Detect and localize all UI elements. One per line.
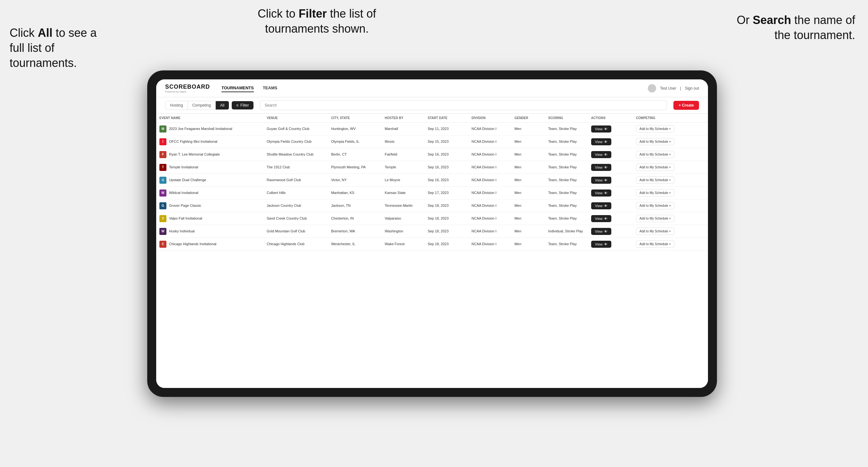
table-row: F Ryan T. Lee Memorial Collegiate Shuttl… [156,148,708,161]
scoring-cell-2: Team, Stroke Play [545,148,588,161]
gender-cell-4: Men [511,174,545,187]
view-button-2[interactable]: View 👁 [591,151,612,158]
hosting-filter-button[interactable]: Hosting [165,101,188,110]
actions-cell-6: View 👁 [588,199,633,212]
add-schedule-button-9[interactable]: Add to My Schedule + [636,240,674,248]
venue-cell-7: Sand Creek Country Club [264,212,328,225]
event-name-cell-3: T Temple Invitational [156,161,264,174]
view-button-1[interactable]: View 👁 [591,138,612,145]
competing-filter-button[interactable]: Competing [188,101,216,110]
city-cell-9: Westchester, IL [328,238,381,251]
date-cell-1: Sep 15, 2023 [425,135,468,148]
hosted-cell-6: Tennessee-Martin [381,199,425,212]
filter-btn-group: Hosting Competing All [165,101,229,110]
tournaments-table-container: EVENT NAME VENUE CITY, STATE HOSTED BY S… [156,114,708,388]
event-name-cell-2: F Ryan T. Lee Memorial Collegiate [156,148,264,161]
event-name-1: OFCC Fighting Illini Invitational [169,139,217,144]
add-schedule-button-2[interactable]: Add to My Schedule + [636,151,674,158]
city-cell-5: Manhattan, KS [328,187,381,199]
col-header-gender: GENDER [511,114,545,123]
hosted-cell-5: Kansas State [381,187,425,199]
team-logo-6: G [159,202,166,209]
add-schedule-button-8[interactable]: Add to My Schedule + [636,227,674,235]
scoring-cell-7: Team, Stroke Play [545,212,588,225]
date-cell-6: Sep 18, 2023 [425,199,468,212]
col-header-date: START DATE [425,114,468,123]
nav-tab-tournaments[interactable]: TOURNAMENTS [221,84,254,92]
competing-cell-9: Add to My Schedule + [633,238,708,251]
scoring-cell-4: Team, Stroke Play [545,174,588,187]
hosted-cell-0: Marshall [381,123,425,135]
competing-cell-5: Add to My Schedule + [633,187,708,199]
scoring-cell-0: Team, Stroke Play [545,123,588,135]
actions-cell-8: View 👁 [588,225,633,238]
annotation-top-left: Click All to see a full list of tourname… [9,26,109,70]
scoring-cell-5: Team, Stroke Play [545,187,588,199]
table-row: G Grover Page Classic Jackson Country Cl… [156,199,708,212]
venue-cell-9: Chicago Highlands Club [264,238,328,251]
eye-icon-8: 👁 [604,229,608,234]
event-name-4: Upstate Dual Challenge [169,178,206,182]
annotation-top-right: Or Search the name of the tournament. [734,13,855,43]
city-cell-6: Jackson, TN [328,199,381,212]
event-name-8: Husky Individual [169,229,195,234]
scoring-cell-8: Individual, Stroke Play [545,225,588,238]
city-cell-0: Huntington, WV [328,123,381,135]
col-header-actions: ACTIONS [588,114,633,123]
eye-icon-2: 👁 [604,153,608,157]
division-cell-0: NCAA Division I [468,123,511,135]
eye-icon-4: 👁 [604,178,608,182]
scoring-cell-9: Team, Stroke Play [545,238,588,251]
all-filter-button[interactable]: All [216,101,229,110]
gender-cell-2: Men [511,148,545,161]
gender-cell-5: Men [511,187,545,199]
division-cell-6: NCAA Division I [468,199,511,212]
user-name: Test User [660,86,676,91]
hosted-cell-7: Valparaiso [381,212,425,225]
add-schedule-button-6[interactable]: Add to My Schedule + [636,202,674,209]
team-logo-1: I [159,138,166,145]
view-button-7[interactable]: View 👁 [591,215,612,222]
create-button[interactable]: + Create [673,101,699,110]
table-row: V Valpo Fall Invitational Sand Creek Cou… [156,212,708,225]
view-button-5[interactable]: View 👁 [591,189,612,196]
actions-cell-0: View 👁 [588,123,633,135]
division-cell-4: NCAA Division I [468,174,511,187]
team-logo-2: F [159,151,166,158]
filter-button[interactable]: ≡ Filter [232,101,253,110]
competing-cell-4: Add to My Schedule + [633,174,708,187]
gender-cell-9: Men [511,238,545,251]
add-schedule-button-4[interactable]: Add to My Schedule + [636,176,674,184]
event-name-cell-7: V Valpo Fall Invitational [156,212,264,225]
view-button-9[interactable]: View 👁 [591,241,612,248]
add-schedule-button-0[interactable]: Add to My Schedule + [636,125,674,132]
city-cell-7: Chesterton, IN [328,212,381,225]
event-name-cell-4: U Upstate Dual Challenge [156,174,264,187]
nav-tab-teams[interactable]: TEAMS [263,84,278,92]
view-button-8[interactable]: View 👁 [591,228,612,235]
filter-icon: ≡ [236,103,239,107]
city-cell-3: Plymouth Meeting, PA [328,161,381,174]
eye-icon-9: 👁 [604,242,608,246]
view-button-3[interactable]: View 👁 [591,164,612,171]
add-schedule-button-5[interactable]: Add to My Schedule + [636,189,674,196]
tournaments-table: EVENT NAME VENUE CITY, STATE HOSTED BY S… [156,114,708,251]
team-logo-0: M [159,125,166,132]
sign-out-link[interactable]: Sign out [685,86,699,91]
hosted-cell-8: Washington [381,225,425,238]
competing-cell-2: Add to My Schedule + [633,148,708,161]
event-name-cell-1: I OFCC Fighting Illini Invitational [156,135,264,148]
search-input[interactable] [260,100,667,110]
view-button-0[interactable]: View 👁 [591,125,612,132]
view-button-6[interactable]: View 👁 [591,202,612,209]
app-logo: SCOREBOARD [165,84,210,90]
division-cell-2: NCAA Division I [468,148,511,161]
add-schedule-button-7[interactable]: Add to My Schedule + [636,215,674,222]
table-row: W Wildcat Invitational Colbert Hills Man… [156,187,708,199]
view-button-4[interactable]: View 👁 [591,177,612,184]
add-schedule-button-1[interactable]: Add to My Schedule + [636,138,674,145]
venue-cell-2: Shuttle Meadow Country Club [264,148,328,161]
add-schedule-button-3[interactable]: Add to My Schedule + [636,163,674,171]
team-logo-3: T [159,164,166,171]
date-cell-4: Sep 16, 2023 [425,174,468,187]
